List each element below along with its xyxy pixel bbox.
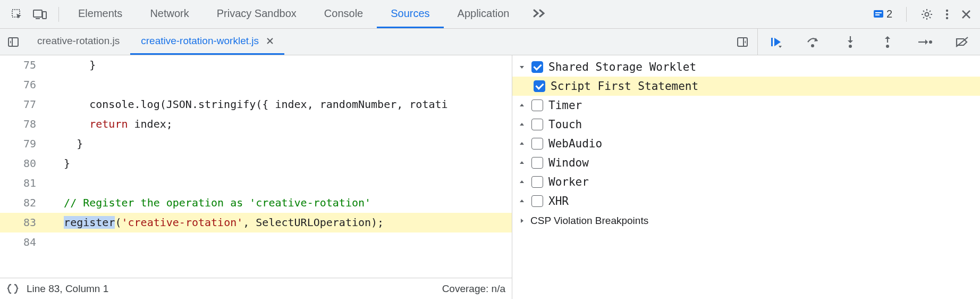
svg-rect-19 [771, 38, 773, 46]
code-line[interactable]: 76 [0, 75, 512, 95]
breakpoint-section[interactable]: CSP Violation Breakpoints [512, 211, 980, 231]
code-editor[interactable]: 75 }7677 console.log(JSON.stringify({ in… [0, 55, 512, 299]
caret-right-icon [518, 121, 526, 128]
breakpoint-group[interactable]: Shared Storage Worklet [512, 57, 980, 77]
devtools-main-toolbar: Elements Network Privacy Sandbox Console… [0, 0, 980, 29]
tabs-overflow-icon[interactable] [523, 0, 556, 28]
svg-point-9 [946, 13, 948, 15]
code-text: } [51, 134, 512, 154]
cursor-position: Line 83, Column 1 [27, 283, 108, 295]
code-text: } [51, 154, 512, 173]
code-line[interactable]: 79 } [0, 134, 512, 154]
svg-rect-13 [9, 38, 18, 46]
code-line[interactable]: 84 [0, 232, 512, 252]
svg-point-24 [886, 45, 889, 48]
tab-sources[interactable]: Sources [377, 0, 443, 28]
code-text: // Register the operation as 'creative-r… [51, 193, 512, 213]
run-snippet-icon[interactable] [728, 36, 757, 48]
tab-privacy-sandbox[interactable]: Privacy Sandbox [203, 0, 310, 28]
svg-point-8 [946, 9, 948, 11]
code-line[interactable]: 78 return index; [0, 114, 512, 134]
breakpoint-group[interactable]: Window [512, 153, 980, 172]
group-checkbox[interactable] [531, 195, 543, 207]
line-number: 81 [0, 173, 51, 193]
code-line[interactable]: 83 register('creative-rotation', SelectU… [0, 213, 512, 232]
group-checkbox[interactable] [531, 119, 543, 130]
tab-elements[interactable]: Elements [64, 0, 136, 28]
line-number: 78 [0, 114, 51, 134]
file-name: creative-rotation-worklet.js [141, 35, 259, 47]
breakpoint-group[interactable]: WebAudio [512, 134, 980, 153]
issues-badge[interactable]: 2 [873, 8, 892, 20]
svg-point-7 [925, 12, 929, 16]
code-line[interactable]: 80 } [0, 154, 512, 173]
caret-right-icon [518, 179, 526, 185]
close-icon[interactable] [961, 9, 971, 20]
pretty-print-icon[interactable] [6, 284, 19, 294]
group-label: Timer [548, 99, 582, 112]
group-checkbox[interactable] [531, 157, 543, 169]
deactivate-breakpoints-icon[interactable] [952, 32, 971, 52]
file-tab-active[interactable]: creative-rotation-worklet.js [130, 29, 284, 55]
caret-right-icon [518, 140, 526, 147]
svg-rect-4 [874, 10, 883, 18]
close-tab-icon[interactable] [266, 37, 274, 45]
sources-sub-toolbar: creative-rotation.js creative-rotation-w… [0, 29, 980, 55]
more-icon[interactable] [942, 8, 952, 21]
device-toggle-icon[interactable] [33, 9, 47, 20]
svg-rect-6 [875, 14, 880, 15]
svg-point-20 [811, 44, 814, 47]
svg-point-10 [946, 16, 948, 19]
code-line[interactable]: 75 } [0, 55, 512, 75]
resume-icon[interactable] [766, 32, 785, 52]
step-into-icon[interactable] [841, 32, 860, 52]
inspect-element-icon[interactable] [11, 8, 23, 21]
navigator-toggle-icon[interactable] [0, 29, 27, 55]
group-checkbox[interactable] [531, 138, 543, 150]
breakpoint-group[interactable]: Worker [512, 172, 980, 192]
caret-down-icon [518, 64, 526, 70]
line-number: 76 [0, 75, 51, 95]
debugger-sidebar: Shared Storage Worklet Script First Stat… [512, 55, 980, 299]
tab-network[interactable]: Network [136, 0, 202, 28]
svg-point-26 [929, 40, 932, 44]
step-out-icon[interactable] [878, 32, 897, 52]
code-text [51, 232, 512, 252]
group-checkbox[interactable] [531, 99, 543, 111]
issues-count: 2 [886, 8, 892, 20]
item-label: Script First Statement [551, 80, 698, 93]
code-text: return index; [51, 114, 512, 134]
section-label: CSP Violation Breakpoints [530, 215, 648, 227]
svg-rect-3 [43, 12, 46, 19]
group-label: Worker [548, 176, 589, 188]
code-line[interactable]: 77 console.log(JSON.stringify({ index, r… [0, 95, 512, 114]
tab-application[interactable]: Application [444, 0, 523, 28]
file-tab[interactable]: creative-rotation.js [27, 29, 130, 55]
settings-icon[interactable] [920, 8, 933, 21]
breakpoint-group[interactable]: Touch [512, 115, 980, 134]
line-number: 79 [0, 134, 51, 154]
code-text: } [51, 55, 512, 75]
group-checkbox[interactable] [531, 176, 543, 188]
panel-tabs: Elements Network Privacy Sandbox Console… [64, 0, 556, 28]
code-line[interactable]: 81 [0, 173, 512, 193]
tab-console[interactable]: Console [310, 0, 377, 28]
code-text [51, 75, 512, 95]
breakpoint-item[interactable]: Script First Statement [512, 77, 980, 96]
svg-rect-1 [33, 10, 42, 17]
item-checkbox[interactable] [534, 80, 545, 92]
line-number: 83 [0, 213, 51, 232]
breakpoint-group[interactable]: Timer [512, 96, 980, 115]
group-checkbox[interactable] [531, 61, 543, 73]
svg-rect-5 [875, 12, 882, 13]
group-label: Window [548, 156, 589, 169]
code-text [51, 173, 512, 193]
line-number: 75 [0, 55, 51, 75]
breakpoint-group[interactable]: XHR [512, 192, 980, 211]
step-over-icon[interactable] [804, 32, 823, 52]
step-icon[interactable] [915, 32, 934, 52]
group-label: WebAudio [548, 137, 602, 150]
group-label: Shared Storage Worklet [548, 61, 696, 73]
caret-right-icon [518, 198, 526, 204]
code-line[interactable]: 82 // Register the operation as 'creativ… [0, 193, 512, 213]
